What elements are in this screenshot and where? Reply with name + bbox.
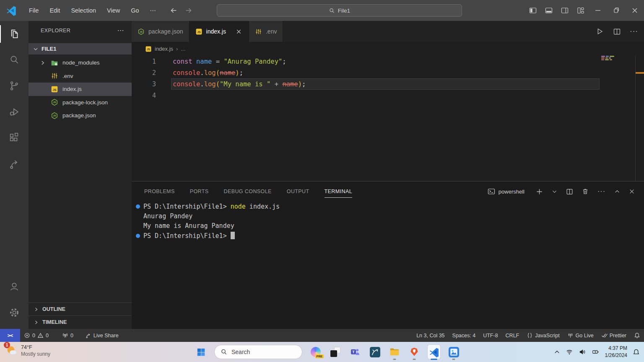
run-file-icon[interactable] xyxy=(595,27,604,36)
clock[interactable]: 4:37 PM 1/26/2024 xyxy=(605,345,627,359)
close-panel-icon[interactable] xyxy=(629,189,635,194)
explorer-activity-icon[interactable] xyxy=(0,21,29,47)
menu-edit[interactable]: Edit xyxy=(44,5,65,16)
problems-status[interactable]: 0 0 xyxy=(20,329,52,342)
close-tab-icon[interactable] xyxy=(235,28,243,36)
tree-item-index.js[interactable]: JSindex.js xyxy=(29,83,132,96)
new-terminal-icon[interactable] xyxy=(536,188,543,195)
search-activity-icon[interactable] xyxy=(0,47,29,73)
command-decoration-dot[interactable] xyxy=(136,204,140,209)
toggle-panel-icon[interactable] xyxy=(541,0,557,21)
status-ln-3-col-35[interactable]: Ln 3, Col 35 xyxy=(413,329,448,342)
panel-tab-terminal[interactable]: TERMINAL xyxy=(325,181,352,202)
kill-terminal-trash-icon[interactable] xyxy=(582,188,589,195)
battery-charging-icon[interactable] xyxy=(592,349,600,355)
vscode-taskbar-icon[interactable] xyxy=(428,345,440,359)
command-center-search[interactable]: File1 xyxy=(217,4,462,17)
toggle-primary-sidebar-icon[interactable] xyxy=(525,0,541,21)
run-debug-activity-icon[interactable] xyxy=(0,99,29,125)
settings-gear-icon[interactable] xyxy=(0,300,29,326)
tree-item-package.json[interactable]: JSpackage.json xyxy=(29,109,132,122)
remote-indicator[interactable]: >< xyxy=(0,329,20,342)
panel-more-actions-icon[interactable]: ··· xyxy=(597,188,605,195)
tray-expand-chevron-icon[interactable] xyxy=(554,349,560,355)
forward-arrow-icon[interactable] xyxy=(184,6,193,15)
command-decoration-dot[interactable] xyxy=(136,234,140,238)
code-line-1[interactable]: 1const name = "Anurag Pandey"; xyxy=(132,56,644,67)
menu-more[interactable]: ⋯ xyxy=(145,5,162,16)
menu-go[interactable]: Go xyxy=(125,5,144,16)
code-editor[interactable]: 1const name = "Anurag Pandey";2console.l… xyxy=(132,56,644,181)
file-name: .env xyxy=(62,73,73,79)
snipping-app-taskbar-icon[interactable] xyxy=(329,345,342,359)
brave-taskbar-icon[interactable] xyxy=(408,345,421,359)
photos-taskbar-icon[interactable] xyxy=(447,345,460,359)
status-spaces-4[interactable]: Spaces: 4 xyxy=(449,329,480,342)
volume-icon[interactable] xyxy=(579,349,586,355)
breadcrumb-symbol[interactable]: ... xyxy=(181,46,185,52)
toggle-secondary-sidebar-icon[interactable] xyxy=(557,0,573,21)
customize-layout-icon[interactable] xyxy=(573,0,589,21)
menu-file[interactable]: File xyxy=(23,5,44,16)
timeline-section[interactable]: TIMELINE xyxy=(29,315,132,328)
weather-widget[interactable]: 1 74°F Mostly sunny xyxy=(5,344,50,357)
restore-button[interactable] xyxy=(607,0,626,21)
maximize-panel-icon[interactable] xyxy=(614,189,620,194)
status-prettier[interactable]: Prettier xyxy=(597,329,630,342)
status-go-live[interactable]: Go Live xyxy=(564,329,597,342)
panel-tab-ports[interactable]: PORTS xyxy=(190,181,209,202)
tree-item-.env[interactable]: .env xyxy=(29,70,132,83)
close-window-button[interactable] xyxy=(626,0,644,21)
terminal-text: PS D:\Intership\File1> node index.js xyxy=(143,203,280,210)
terminal-shell-chip[interactable]: powershell xyxy=(488,188,525,195)
editor-more-actions-icon[interactable]: ··· xyxy=(630,27,638,36)
split-editor-icon[interactable] xyxy=(613,27,621,36)
status-utf-8[interactable]: UTF-8 xyxy=(479,329,501,342)
start-button[interactable] xyxy=(195,345,207,359)
panel-tab-debug-console[interactable]: DEBUG CONSOLE xyxy=(224,181,272,202)
status-label: UTF-8 xyxy=(483,333,498,339)
notification-bell-icon[interactable] xyxy=(633,349,640,356)
accounts-activity-icon[interactable] xyxy=(0,274,29,300)
ports-status[interactable]: 0 xyxy=(58,329,77,342)
panel-tab-output[interactable]: OUTPUT xyxy=(287,181,309,202)
menu-view[interactable]: View xyxy=(101,5,125,16)
search-value: File1 xyxy=(338,8,350,14)
file-explorer-taskbar-icon[interactable] xyxy=(388,345,401,359)
code-line-3[interactable]: 3console.log("My name is " + name); xyxy=(132,78,644,90)
extensions-activity-icon[interactable] xyxy=(0,125,29,151)
code-line-2[interactable]: 2console.log(name); xyxy=(132,67,644,78)
teams-taskbar-icon[interactable]: T xyxy=(349,345,361,359)
tree-item-node_modules[interactable]: node_modules xyxy=(29,56,132,70)
taskbar-search[interactable]: Search xyxy=(214,345,302,359)
terminal-output[interactable]: PS D:\Intership\File1> node index.jsAnur… xyxy=(132,202,644,241)
workspace-root-folder[interactable]: FILE1 xyxy=(29,43,132,54)
line-number: 3 xyxy=(144,80,156,88)
status-bell[interactable] xyxy=(630,329,644,342)
source-control-activity-icon[interactable] xyxy=(0,73,29,99)
live-share-status[interactable]: Live Share xyxy=(81,329,122,342)
explorer-more-actions[interactable]: ⋯ xyxy=(117,26,124,34)
tab-package.json[interactable]: JSpackage.json xyxy=(132,21,190,42)
dev-tool-taskbar-icon[interactable] xyxy=(369,345,381,359)
menu-selection[interactable]: Selection xyxy=(65,5,101,16)
panel-tab-problems[interactable]: PROBLEMS xyxy=(144,181,175,202)
code-line-4[interactable]: 4 xyxy=(132,90,644,101)
file-name: node_modules xyxy=(62,59,100,66)
wifi-icon[interactable] xyxy=(566,349,573,355)
weather-condition: Mostly sunny xyxy=(21,351,50,357)
outline-section[interactable]: OUTLINE xyxy=(29,303,132,315)
status-javascript[interactable]: JavaScript xyxy=(523,329,563,342)
live-share-activity-icon[interactable] xyxy=(0,151,29,177)
breadcrumb-file[interactable]: index.js xyxy=(155,46,173,52)
tree-item-package-lock.json[interactable]: JSpackage-lock.json xyxy=(29,96,132,109)
status-crlf[interactable]: CRLF xyxy=(502,329,523,342)
split-terminal-icon[interactable] xyxy=(566,188,573,195)
minimize-button[interactable] xyxy=(589,0,607,21)
tab-.env[interactable]: .env xyxy=(249,21,283,42)
terminal-dropdown-icon[interactable] xyxy=(552,189,557,194)
tab-index.js[interactable]: JSindex.js xyxy=(190,21,249,42)
breadcrumb[interactable]: JS index.js › ... xyxy=(132,42,644,56)
back-arrow-icon[interactable] xyxy=(169,6,178,15)
copilot-taskbar-icon[interactable]: PRE xyxy=(309,345,322,359)
